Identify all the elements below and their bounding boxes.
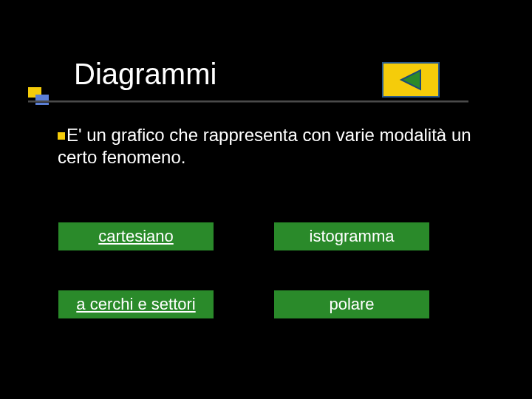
body-text: E' un grafico che rappresenta con varie … — [58, 125, 471, 167]
title-bullet-icon — [28, 87, 50, 106]
option-label: polare — [329, 295, 374, 314]
option-a-cerchi-e-settori[interactable]: a cerchi e settori — [56, 288, 216, 321]
body-paragraph: E' un grafico che rappresenta con varie … — [58, 124, 471, 168]
option-istogramma[interactable]: istogramma — [272, 220, 432, 253]
svg-marker-0 — [401, 70, 420, 89]
back-button[interactable] — [382, 62, 440, 98]
option-polare[interactable]: polare — [272, 288, 432, 321]
option-label: istogramma — [310, 227, 395, 246]
page-title: Diagrammi — [74, 58, 216, 91]
title-underline — [28, 100, 468, 102]
bullet-icon — [58, 132, 65, 140]
option-label: cartesiano — [98, 227, 174, 246]
triangle-left-icon — [398, 69, 423, 91]
option-label: a cerchi e settori — [76, 295, 195, 314]
option-cartesiano[interactable]: cartesiano — [56, 220, 216, 253]
